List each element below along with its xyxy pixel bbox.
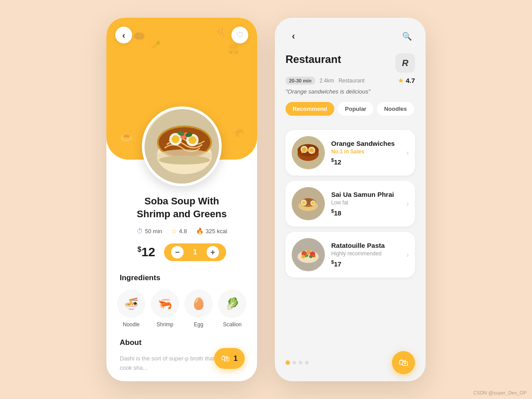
- deco-icon-5: 🍝: [120, 129, 133, 142]
- dot-1: [286, 360, 290, 365]
- item-3-info: Ratatouille Pasta Highly recommended $17: [331, 242, 400, 268]
- distance-text: 2.4km: [320, 78, 334, 84]
- quantity-control: − 1 +: [164, 243, 226, 261]
- restaurant-card: ‹ 🔍 Restaurant R 20-30 min 2.4km Restaur…: [275, 18, 426, 381]
- cart-count: 1: [234, 355, 238, 363]
- dot-4: [305, 361, 309, 364]
- svg-point-36: [313, 254, 316, 258]
- item-2-name: Sai Ua Samun Phrai: [331, 191, 400, 198]
- deco-icon-3: 🍕: [215, 27, 226, 37]
- cart-icon: 🛍: [221, 353, 230, 364]
- svg-point-25: [302, 201, 305, 204]
- ingredient-noodle: 🍜 Noodle: [117, 289, 145, 328]
- deco-icon-6: 🥐: [233, 127, 244, 137]
- svg-point-27: [312, 202, 315, 205]
- scallion-icon: 🥬: [218, 289, 246, 318]
- svg-point-7: [188, 136, 196, 144]
- noodle-icon: 🍜: [117, 289, 145, 318]
- star-icon: ☆: [171, 227, 177, 235]
- rating-value: 4.7: [406, 77, 415, 84]
- item-2-info: Sai Ua Samun Phrai Low fat $18: [331, 191, 400, 217]
- cart-badge[interactable]: 🛍 1: [214, 348, 245, 369]
- svg-point-35: [301, 255, 305, 258]
- food-image: [142, 106, 222, 186]
- deco-icon-4: 🍔: [227, 44, 239, 56]
- restaurant-header: ‹ 🔍 Restaurant R 20-30 min 2.4km Restaur…: [275, 18, 426, 125]
- restaurant-name: Restaurant: [286, 53, 341, 66]
- ingredients-title: Ingredients: [120, 274, 244, 282]
- dish-meta: ⏱ 50 min ☆ 4.8 🔥 325 kcal: [137, 227, 227, 235]
- back-button[interactable]: ‹: [115, 27, 132, 43]
- review-quote: "Orange sandwiches is delicious": [286, 88, 415, 95]
- item-1-info: Orange Sandwiches No.1 in Sales $12: [331, 140, 400, 166]
- rating-value: 4.8: [179, 228, 187, 235]
- shrimp-icon: 🦐: [151, 289, 179, 318]
- item-3-name: Ratatouille Pasta: [331, 242, 400, 249]
- restaurant-info-row: 20-30 min 2.4km Restaurant ★ 4.7: [286, 76, 415, 85]
- dot-2: [293, 361, 296, 364]
- search-icon: 🔍: [402, 31, 412, 41]
- calories-meta: 🔥 325 kcal: [196, 227, 227, 235]
- restaurant-type: Restaurant: [338, 78, 364, 84]
- quantity-display: 1: [191, 248, 200, 256]
- calories-value: 325 kcal: [206, 228, 227, 235]
- ingredient-egg: 🥚 Egg: [184, 289, 213, 328]
- tab-noodles[interactable]: Noodles: [377, 102, 414, 116]
- decrease-button[interactable]: −: [171, 246, 184, 258]
- detail-card: 🍩 🥕 🍕 🍔 🍝 🥐 ‹ ♡: [106, 18, 257, 381]
- top-nav: ‹ 🔍: [286, 28, 415, 44]
- tab-recommend[interactable]: Recommend: [286, 102, 334, 116]
- fire-icon: 🔥: [196, 227, 203, 235]
- menu-list: Orange Sandwiches No.1 in Sales $12 ›: [275, 125, 426, 344]
- ingredient-shrimp: 🦐 Shrimp: [151, 289, 179, 328]
- deco-icon-2: 🥕: [151, 40, 160, 50]
- scallion-label: Scallion: [223, 321, 242, 328]
- menu-item-ratatouille[interactable]: Ratatouille Pasta Highly recommended $17…: [286, 232, 415, 278]
- category-tabs: Recommend Popular Noodles Pizz: [286, 102, 415, 116]
- chevron-icon-2[interactable]: ›: [407, 200, 409, 208]
- favorite-button[interactable]: ♡: [231, 27, 248, 43]
- page-indicators: [286, 360, 309, 365]
- item-2-sub: Low fat: [331, 200, 400, 206]
- item-1-name: Orange Sandwiches: [331, 140, 400, 147]
- dish-title: Soba Soup WithShrimp and Greens: [137, 195, 227, 220]
- currency-symbol: $: [137, 246, 141, 253]
- time-meta: ⏱ 50 min: [137, 227, 162, 235]
- rating-star-icon: ★: [398, 76, 404, 85]
- chevron-icon-3[interactable]: ›: [407, 251, 409, 259]
- increase-button[interactable]: +: [207, 246, 219, 258]
- shrimp-label: Shrimp: [156, 321, 173, 328]
- tab-popular[interactable]: Popular: [338, 102, 373, 116]
- ingredient-scallion: 🥬 Scallion: [218, 289, 246, 328]
- item-3-sub: Highly recommended: [331, 250, 400, 257]
- heart-icon: ♡: [236, 30, 243, 40]
- watermark: CSDN @super_Dev_OP: [473, 390, 527, 395]
- nav-back-button[interactable]: ‹: [286, 28, 301, 44]
- cart-fab-button[interactable]: 🛍: [392, 351, 415, 374]
- egg-icon: 🥚: [184, 289, 213, 318]
- cart-fab-icon: 🛍: [399, 357, 408, 368]
- deco-icon-1: 🍩: [133, 31, 145, 43]
- delivery-time-badge: 20-30 min: [286, 77, 315, 85]
- nav-search-button[interactable]: 🔍: [399, 28, 415, 44]
- menu-item-sai-ua[interactable]: Sai Ua Samun Phrai Low fat $18 ›: [286, 181, 415, 227]
- food-image-1: [292, 136, 325, 169]
- restaurant-footer: 🛍: [275, 344, 426, 381]
- price-qty-row: $12 − 1 +: [120, 243, 244, 261]
- card-header: 🍩 🥕 🍕 🍔 🍝 🥐 ‹ ♡: [106, 18, 257, 160]
- restaurant-title-row: Restaurant R: [286, 53, 415, 73]
- time-value: 50 min: [145, 228, 162, 235]
- menu-item-orange-sandwiches[interactable]: Orange Sandwiches No.1 in Sales $12 ›: [286, 130, 415, 176]
- item-2-price: $18: [331, 208, 400, 217]
- item-1-price: $12: [331, 157, 400, 166]
- item-1-sub: No.1 in Sales: [331, 149, 400, 155]
- rating-group: ★ 4.7: [398, 76, 415, 85]
- main-container: 🍩 🥕 🍕 🍔 🍝 🥐 ‹ ♡: [106, 18, 426, 381]
- time-icon: ⏱: [137, 227, 143, 235]
- nav-back-icon: ‹: [292, 31, 295, 42]
- price-display: $12: [137, 245, 155, 259]
- noodle-label: Noodle: [123, 321, 140, 328]
- rating-meta: ☆ 4.8: [171, 227, 187, 235]
- ingredients-list: 🍜 Noodle 🦐 Shrimp 🥚 Egg 🥬 Scallion: [117, 289, 246, 328]
- chevron-icon-1[interactable]: ›: [407, 149, 409, 157]
